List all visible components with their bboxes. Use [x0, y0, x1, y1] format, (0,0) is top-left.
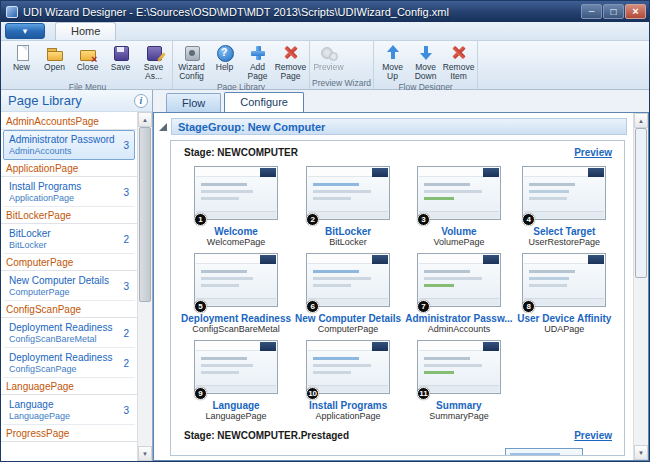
main-scrollbar [633, 113, 648, 460]
page-library-group-header[interactable]: ProgressPage [1, 425, 137, 442]
page-number-badge: 4 [522, 213, 535, 226]
page-thumbnail [417, 253, 501, 307]
move-down-icon [417, 44, 435, 62]
maximize-button[interactable] [603, 4, 624, 19]
remove-page-icon [282, 44, 300, 62]
new-button[interactable]: New [5, 43, 38, 73]
stagegroup-header-bar[interactable]: StageGroup: New Computer [171, 118, 627, 135]
flow-page-item[interactable]: 3VolumeVolumePage [403, 163, 514, 250]
page-title: Administrator Passw... [405, 313, 512, 324]
page-type: VolumePage [433, 237, 484, 247]
sidebar-scroll-track [138, 127, 152, 446]
scroll-down-icon[interactable] [138, 446, 152, 461]
wizard-config-button[interactable]: Wizard Config [175, 43, 208, 82]
page-library-group-header[interactable]: ConfigScanPage [1, 301, 137, 318]
ribbon-group-file-menu: NewOpenCloseSaveSave As...File Menu [3, 41, 173, 89]
page-type: LanguagePage [205, 411, 266, 421]
preview-link[interactable]: Preview [574, 147, 612, 158]
page-type: SummaryPage [429, 411, 489, 421]
page-library-item[interactable]: Administrator PasswordAdminAccounts3 [3, 130, 135, 160]
item-count-badge: 3 [123, 140, 129, 151]
close-button[interactable]: Close [71, 43, 104, 73]
page-library-item[interactable]: New Computer DetailsComputerPage3 [3, 271, 135, 301]
page-library-item[interactable]: BitLockerBitLocker2 [3, 224, 135, 254]
application-menu-button[interactable] [5, 23, 45, 39]
stagegroup-content: Stage: NEWCOMPUTERPreview1WelcomeWelcome… [170, 140, 625, 456]
sidebar-scrollbar [137, 112, 152, 461]
remove-page-button[interactable]: Remove Page [274, 43, 307, 82]
expander-icon[interactable] [159, 123, 167, 131]
page-title: Volume [441, 226, 476, 237]
page-library-group-header[interactable]: AdminAccountsPage [1, 113, 137, 130]
page-type: AdminAccounts [428, 324, 491, 334]
flow-page-item[interactable]: 6New Computer DetailsComputerPage [293, 250, 403, 337]
tab-flow[interactable]: Flow [166, 93, 221, 112]
info-icon[interactable]: i [134, 94, 148, 108]
page-title: New Computer Details [295, 313, 401, 324]
page-thumbnail-partial[interactable] [505, 448, 583, 456]
save-button[interactable]: Save [104, 43, 137, 73]
ribbon: NewOpenCloseSaveSave As...File MenuWizar… [1, 41, 649, 90]
move-down-button[interactable]: Move Down [409, 43, 442, 82]
preview-link[interactable]: Preview [574, 430, 612, 441]
flow-page-item[interactable]: 5Deployment ReadinessConfigScanBareMetal [179, 250, 293, 337]
remove-item-button[interactable]: Remove Item [442, 43, 475, 82]
page-grid: 1WelcomeWelcomePage2BitLockerBitLocker3V… [171, 159, 624, 424]
flow-page-item[interactable]: 8User Device AffinityUDAPage [515, 250, 614, 337]
preview-icon [320, 44, 338, 62]
page-library-group-header[interactable]: LanguagePage [1, 378, 137, 395]
page-type: UDAPage [544, 324, 584, 334]
page-library-item[interactable]: Deployment ReadinessConfigScanPage2 [3, 348, 135, 378]
page-title: Language [212, 400, 259, 411]
page-type: ComputerPage [318, 324, 379, 334]
page-thumbnail [306, 340, 390, 394]
flow-page-item[interactable]: 11SummarySummaryPage [403, 337, 514, 424]
page-type: ApplicationPage [316, 411, 381, 421]
ribbon-group-flow-designer: Move UpMove DownRemove ItemFlow Designer [374, 41, 478, 89]
help-button[interactable]: Help [208, 43, 241, 73]
page-type: WelcomePage [207, 237, 265, 247]
flow-page-item[interactable]: 7Administrator Passw...AdminAccounts [403, 250, 514, 337]
flow-page-item[interactable]: 2BitLockerBitLocker [293, 163, 403, 250]
page-library-group-header[interactable]: ComputerPage [1, 254, 137, 271]
page-number-badge: 9 [194, 387, 207, 400]
page-thumbnail [194, 340, 278, 394]
flow-page-item[interactable]: 9LanguageLanguagePage [179, 337, 293, 424]
ribbon-tab-strip: Home [1, 22, 649, 41]
add-page-button[interactable]: Add Page [241, 43, 274, 82]
open-folder-icon [46, 44, 64, 62]
tab-configure[interactable]: Configure [224, 92, 304, 112]
move-up-button[interactable]: Move Up [376, 43, 409, 82]
save-as-button[interactable]: Save As... [137, 43, 170, 82]
view-tabs: FlowConfigure [153, 90, 649, 112]
flow-page-item[interactable]: 10Install ProgramsApplicationPage [293, 337, 403, 424]
item-count-badge: 3 [123, 187, 129, 198]
open-button[interactable]: Open [38, 43, 71, 73]
scroll-up-icon[interactable] [634, 113, 648, 128]
flow-page-item[interactable]: 4Select TargetUserRestorePage [515, 163, 614, 250]
page-number-badge: 6 [306, 300, 319, 313]
page-title: Deployment Readiness [181, 313, 291, 324]
scroll-up-icon[interactable] [138, 112, 152, 127]
page-library-group-header[interactable]: ApplicationPage [1, 160, 137, 177]
page-library-item[interactable]: Install ProgramsApplicationPage3 [3, 177, 135, 207]
configure-panel: StageGroup: New Computer Stage: NEWCOMPU… [153, 112, 649, 461]
page-library-group-header[interactable]: BitLockerPage [1, 207, 137, 224]
minimize-button[interactable] [581, 4, 602, 19]
main-scroll-thumb[interactable] [635, 128, 647, 278]
page-library-sidebar: Page Library i AdminAccountsPageAdminist… [1, 90, 153, 461]
page-type: BitLocker [329, 237, 367, 247]
configure-content: StageGroup: New Computer Stage: NEWCOMPU… [154, 113, 633, 460]
scroll-down-icon[interactable] [634, 445, 648, 460]
flow-page-item[interactable]: 1WelcomeWelcomePage [179, 163, 293, 250]
stage-label: Stage: NEWCOMPUTER.Prestaged [184, 430, 349, 441]
close-button[interactable] [625, 4, 646, 19]
item-count-badge: 3 [123, 281, 129, 292]
page-number-badge: 3 [417, 213, 430, 226]
stage-section: Stage: NEWCOMPUTER.PrestagedPreview [171, 424, 624, 456]
page-library-item[interactable]: Deployment ReadinessConfigScanBareMetal2 [3, 318, 135, 348]
flow-designer-area: FlowConfigure StageGroup: New Computer S… [153, 90, 649, 461]
sidebar-scroll-thumb[interactable] [139, 127, 151, 302]
page-library-item[interactable]: LanguageLanguagePage3 [3, 395, 135, 425]
tab-home[interactable]: Home [55, 22, 116, 40]
